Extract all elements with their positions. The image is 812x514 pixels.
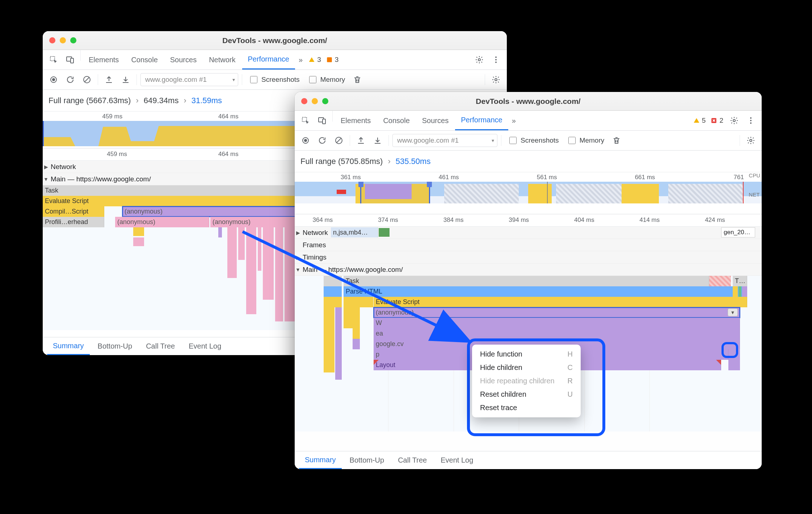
breadcrumb-leaf[interactable]: 31.59ms [192,96,222,105]
memory-checkbox[interactable]: Memory [305,75,348,84]
context-menu-item[interactable]: Hide childrenC [472,361,581,374]
tab-performance[interactable]: Performance [455,111,508,130]
breadcrumb-mid[interactable]: 649.34ms [144,96,179,105]
tab2-event-log[interactable]: Event Log [435,451,479,469]
reload-icon[interactable] [315,133,329,148]
tab2-bottom-up[interactable]: Bottom-Up [344,451,390,469]
gear-icon[interactable] [726,111,742,130]
breadcrumb-full-range[interactable]: Full range (5705.85ms) [300,157,383,166]
download-icon[interactable] [370,133,385,148]
gear-icon[interactable] [744,133,758,148]
svg-point-6 [495,59,497,60]
track-main[interactable]: Main — https://www.google.com/ [301,266,403,274]
titlebar: DevTools - www.google.com/ [43,31,507,50]
device-icon[interactable] [314,111,330,130]
network-item[interactable]: gen_20… [721,227,755,237]
tab-performance[interactable]: Performance [242,50,295,69]
upload-icon[interactable] [102,72,116,87]
track-timings[interactable]: Timings [301,253,327,261]
inspect-icon[interactable] [298,111,314,130]
track-main[interactable]: Main — https://www.google.com/ [49,175,151,183]
flame-anonymous-selected[interactable]: (anonymous) [374,307,740,318]
page-select[interactable]: www.google.com #1 [392,134,497,147]
download-icon[interactable] [118,72,133,87]
kebab-icon[interactable] [743,111,759,130]
flame-evaluate-script[interactable]: Evaluate Script [374,297,747,307]
page-select[interactable]: www.google.com #1 [140,73,238,86]
tab-sources[interactable]: Sources [416,111,454,130]
kebab-icon[interactable] [488,50,504,69]
errors-count[interactable]: 2 [708,111,725,130]
gear-icon[interactable] [489,72,503,87]
context-menu-item[interactable]: Reset trace [472,401,581,414]
warnings-count[interactable]: 5 [691,111,708,130]
flame-anonymous-selected[interactable]: (anonymous) [122,206,303,217]
tab-console[interactable]: Console [377,111,415,130]
disclosure-right-icon[interactable]: ▶ [295,230,301,236]
memory-checkbox[interactable]: Memory [564,136,607,145]
separator [388,135,389,146]
svg-rect-15 [323,119,325,124]
context-menu-shortcut: R [568,377,573,385]
flame-profiling-overhead[interactable]: Profili…erhead [43,217,104,227]
tab-console[interactable]: Console [125,50,163,69]
tab2-summary[interactable]: Summary [47,337,90,355]
network-item[interactable]: n,jsa,mb4… [331,227,378,237]
flame-task[interactable]: Task [344,276,709,286]
minimap[interactable]: 361 ms 461 ms 561 ms 661 ms 761 ms C [295,172,762,214]
disclosure-down-icon[interactable]: ▼ [295,267,301,273]
disclosure-right-icon[interactable]: ▶ [295,254,301,260]
flame-anonymous[interactable]: (anonymous) [115,217,209,227]
context-menu: Hide functionHHide childrenCHide repeati… [472,345,581,417]
flame-anonymous[interactable]: (anonymous) [210,217,303,227]
inspect-icon[interactable] [46,50,62,69]
flame-compile-script[interactable]: Compil…Script [43,206,104,217]
tab2-call-tree[interactable]: Call Tree [392,451,433,469]
disclosure-down-icon[interactable]: ▼ [43,176,49,182]
time-ruler[interactable]: 364 ms 374 ms 384 ms 394 ms 404 ms 414 m… [295,214,762,227]
tab-elements[interactable]: Elements [335,111,376,130]
flame-w[interactable]: W [374,318,740,328]
svg-line-24 [337,138,341,143]
tab-network[interactable]: Network [203,50,241,69]
tab2-bottom-up[interactable]: Bottom-Up [92,337,138,355]
disclosure-right-icon[interactable]: ▶ [43,164,49,170]
titlebar: DevTools - www.google.com/ [295,92,762,111]
track-frames[interactable]: Frames [301,241,326,249]
context-menu-item[interactable]: Reset childrenU [472,388,581,401]
screenshots-checkbox[interactable]: Screenshots [505,136,562,145]
breadcrumb-full-range[interactable]: Full range (5667.63ms) [49,96,131,105]
tab2-summary[interactable]: Summary [299,451,342,469]
tab-sources[interactable]: Sources [164,50,202,69]
record-icon[interactable] [46,72,61,87]
flame-task[interactable]: T… [733,276,747,286]
trash-icon[interactable] [350,72,365,87]
performance-toolbar: www.google.com #1 Screenshots Memory [43,70,507,90]
track-network[interactable]: Network [49,163,76,171]
trash-icon[interactable] [609,133,624,148]
flame-parse-html[interactable]: Parse HTML [344,286,747,297]
reload-icon[interactable] [63,72,77,87]
gear-icon[interactable] [471,50,487,69]
context-menu-label: Hide children [480,363,522,372]
breadcrumb-leaf[interactable]: 535.50ms [396,157,431,166]
tab2-event-log[interactable]: Event Log [183,337,227,355]
clear-icon[interactable] [332,133,346,148]
flame-ea[interactable]: ea [374,328,740,339]
issues-count[interactable]: 3 [324,50,341,69]
warnings-count[interactable]: 3 [306,50,323,69]
clear-icon[interactable] [80,72,94,87]
more-tabs-icon[interactable]: » [509,111,519,130]
separator [80,50,81,61]
flame-chart[interactable]: ▶ Network n,jsa,mb4… gen_20… ▶Frames ▶Ti… [295,227,762,451]
entry-options-button[interactable]: ▼ [728,308,738,316]
tab2-call-tree[interactable]: Call Tree [140,337,181,355]
record-icon[interactable] [298,133,313,148]
screenshots-checkbox[interactable]: Screenshots [246,75,303,84]
more-tabs-icon[interactable]: » [296,50,306,69]
tab-elements[interactable]: Elements [83,50,125,69]
context-menu-item[interactable]: Hide functionH [472,347,581,361]
track-network[interactable]: Network [301,229,328,237]
device-icon[interactable] [62,50,78,69]
upload-icon[interactable] [354,133,368,148]
